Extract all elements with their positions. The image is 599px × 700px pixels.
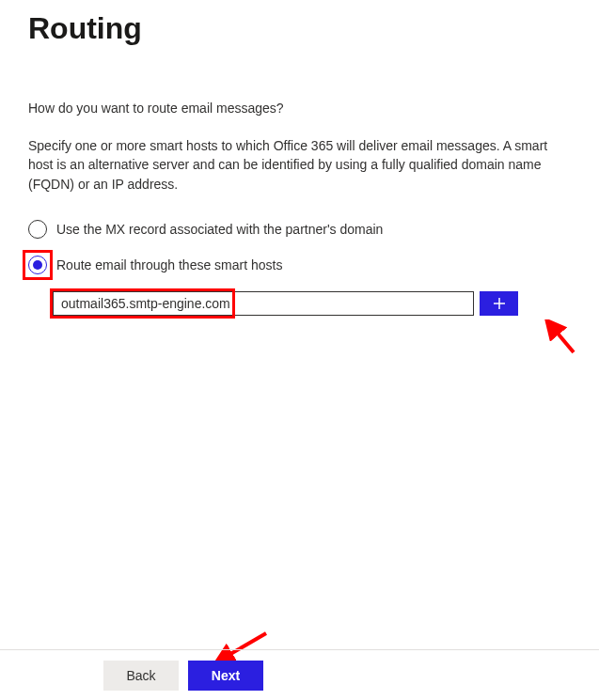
- radio-label-mx: Use the MX record associated with the pa…: [56, 222, 383, 237]
- routing-description: Specify one or more smart hosts to which…: [28, 136, 571, 194]
- radio-label-smart-hosts: Route email through these smart hosts: [56, 257, 282, 272]
- arrow-annotation-icon: [541, 319, 578, 357]
- smart-host-input[interactable]: [53, 291, 474, 316]
- back-button[interactable]: Back: [103, 661, 179, 691]
- plus-icon: [493, 297, 506, 310]
- next-button[interactable]: Next: [188, 661, 263, 691]
- radio-inner-dot: [33, 260, 42, 270]
- radio-icon: [28, 220, 47, 239]
- footer-bar: Back Next: [0, 649, 599, 700]
- radio-option-smart-hosts[interactable]: Route email through these smart hosts: [28, 256, 571, 274]
- page-title: Routing: [28, 11, 571, 46]
- radio-icon-selected: [28, 256, 47, 274]
- routing-question: How do you want to route email messages?: [28, 101, 571, 116]
- svg-line-2: [554, 329, 574, 352]
- radio-option-mx-record[interactable]: Use the MX record associated with the pa…: [28, 220, 571, 239]
- add-smart-host-button[interactable]: [480, 291, 518, 316]
- smart-host-row: [53, 291, 571, 316]
